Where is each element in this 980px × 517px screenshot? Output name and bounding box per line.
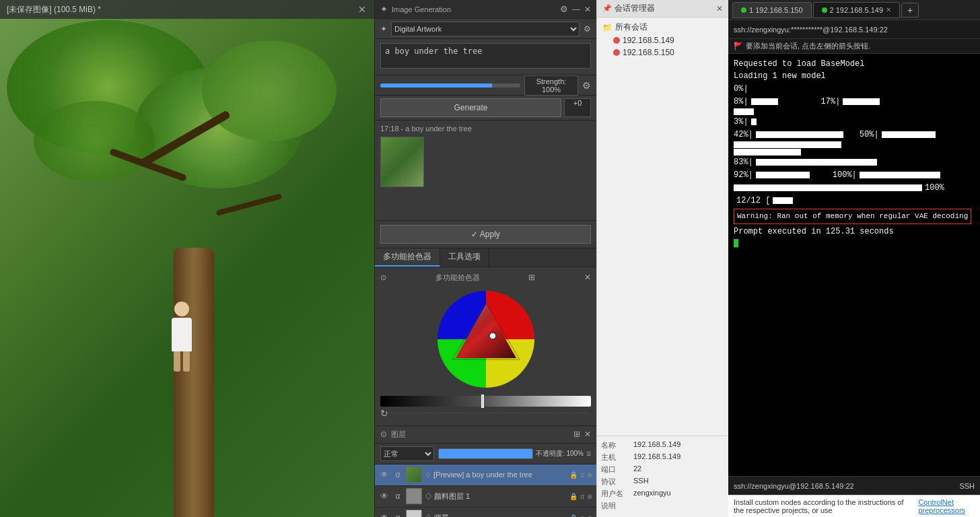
terminal-line-12: 100% (734, 182, 975, 194)
layer-visibility-icon-2[interactable]: 👁 (379, 491, 390, 501)
install-text: Install custom nodes according to the in… (734, 498, 914, 514)
gear-style-icon[interactable]: ⚙ (584, 24, 591, 34)
terminal-tab-149[interactable]: 2 192.168.5.149 ✕ (813, 2, 901, 18)
layer-1-thumb (406, 467, 422, 483)
bottom-connection-text: ssh://zengxingyu@192.168.5.149:22 (734, 482, 854, 490)
tab-multicolor[interactable]: 多功能拾色器 (375, 248, 440, 267)
prompt-area: a boy under the tree (375, 39, 596, 75)
terminal-line-10: 83%| (734, 156, 975, 168)
close-color-icon[interactable]: ✕ (584, 273, 591, 282)
tab-dot-150 (741, 7, 746, 13)
minimize-icon[interactable]: — (572, 5, 580, 14)
close-ssh-manager-icon[interactable]: ✕ (716, 4, 723, 13)
layer-alpha-icon-3: α (392, 513, 403, 517)
ai-header-title: Image Generation (392, 5, 556, 13)
ssh-status-dot-150 (613, 49, 620, 56)
layer-1-name: ♢ [Preview] a boy under the tree (425, 471, 567, 479)
pb-blank2 (734, 149, 801, 156)
tab-tools[interactable]: 工具选项 (440, 248, 489, 267)
terminal-line-9 (734, 149, 975, 156)
terminal-line-1: Requested to load BaseModel (734, 58, 975, 70)
color-wheel[interactable] (432, 285, 540, 393)
generate-button[interactable]: Generate (380, 98, 561, 117)
image-background (0, 0, 374, 517)
apply-button[interactable]: ✓ Apply (380, 225, 591, 244)
foliage-4 (34, 101, 155, 182)
filter-icon[interactable]: ≡ (586, 449, 591, 458)
color-slider-thumb (481, 394, 484, 408)
add-tab-button[interactable]: + (901, 3, 919, 18)
terminal-body[interactable]: Requested to load BaseModel Loading 1 ne… (728, 54, 980, 476)
tab-close-149[interactable]: ✕ (886, 6, 891, 13)
layer-item-preview[interactable]: 👁 α ♢ [Preview] a boy under the tree 🔒 α… (375, 464, 596, 486)
terminal-line-4: 8%| 17%| (734, 96, 975, 108)
layers-controls: 正常 不透明度: 100% ≡ (375, 444, 596, 464)
layer-3-thumb (406, 510, 422, 517)
controlnet-link[interactable]: ControlNet preprocessors (918, 498, 975, 514)
notice-flag-icon: 🚩 (734, 42, 743, 50)
layers-section: ⊙ 图层 ⊞ ✕ 正常 不透明度: 100% ≡ 👁 α ♢ [P (375, 426, 596, 518)
terminal-line-5 (734, 108, 975, 115)
terminal-line-7: 42%| 50%| (734, 129, 975, 141)
terminal-line-13: 12/12 [ (734, 195, 975, 207)
wand-icon: ✦ (380, 4, 388, 14)
refresh-icon[interactable]: ↻ (380, 408, 388, 419)
pb-42 (756, 131, 843, 138)
layers-header: ⊙ 图层 ⊞ ✕ (375, 426, 596, 444)
layer-item-bg[interactable]: 👁 α ♢ 背景 🔒 α ⊕ (375, 508, 596, 518)
ssh-item-149[interactable]: 192.168.5.149 (600, 34, 726, 46)
alpha-icon-3: α (580, 514, 584, 518)
divider (391, 413, 588, 413)
pb-83 (756, 159, 877, 166)
blend-mode-select[interactable]: 正常 (380, 446, 434, 461)
terminal-line-2: Loading 1 new model (734, 70, 975, 82)
web-bottom-section: Install custom nodes according to the in… (728, 495, 980, 517)
prompt-input[interactable]: a boy under the tree (380, 43, 591, 69)
style-select[interactable]: Digital Artwork (391, 22, 580, 36)
opacity-slider[interactable] (438, 448, 533, 459)
ssh-terminal: 1 192.168.5.150 2 192.168.5.149 ✕ + ssh:… (728, 0, 980, 517)
color-wheel-title: 多功能拾色器 (435, 273, 480, 283)
close-icon[interactable]: ✕ (357, 4, 368, 15)
close-layers-icon[interactable]: ✕ (584, 429, 591, 439)
lock-icon-3: 🔒 (569, 514, 578, 518)
expand-icon[interactable]: ⊞ (528, 273, 535, 282)
layer-item-paint[interactable]: 👁 α ♢ 颜料图层 1 🔒 α ⊕ (375, 486, 596, 508)
ssh-item-150[interactable]: 192.168.5.150 (600, 46, 726, 59)
tab-dot-149 (822, 7, 827, 13)
ssh-detail-name: 名称 192.168.5.149 (601, 440, 724, 450)
pb-50 (882, 131, 936, 138)
layer-visibility-icon-3[interactable]: 👁 (379, 513, 390, 517)
strength-slider[interactable] (380, 83, 520, 88)
terminal-header-bar: ssh://zengxingyu:***********@192.168.5.1… (728, 20, 980, 39)
strength-settings-icon[interactable]: ⚙ (582, 80, 591, 91)
history-thumbnail[interactable] (380, 137, 424, 187)
color-slider[interactable] (380, 396, 591, 407)
ssh-manager-header: 📌 会话管理器 ✕ (597, 0, 728, 18)
expand-layers-icon[interactable]: ⊞ (573, 429, 580, 439)
pb-100b (734, 184, 922, 191)
color-tool-tabs: 多功能拾色器 工具选项 (375, 248, 596, 267)
pb-12 (773, 197, 793, 204)
history-timestamp: 17:18 - a boy under the tree (380, 125, 591, 133)
notice-text: 要添加当前会话, 点击左侧的箭头按钮. (746, 41, 870, 51)
pb-8 (751, 98, 778, 105)
tree-trunk (174, 248, 214, 517)
layers-icon: ⊙ (380, 429, 387, 439)
terminal-tab-150[interactable]: 1 192.168.5.150 (732, 2, 812, 18)
title-bar: [未保存图像] (100.5 MiB) * ✕ (0, 0, 374, 19)
layer-visibility-icon[interactable]: 👁 (379, 470, 390, 479)
terminal-bottom-bar: ssh://zengxingyu@192.168.5.149:22 SSH (728, 476, 980, 495)
ssh-manager: 📌 会话管理器 ✕ 📁 所有会话 192.168.5.149 192.168.5… (596, 0, 728, 517)
folder-icon: 📁 (602, 23, 612, 32)
image-panel: [未保存图像] (100.5 MiB) * ✕ (0, 0, 374, 517)
color-wheel-svg (432, 285, 540, 393)
layer-alpha-lock-icon: α (392, 470, 403, 479)
close-ai-icon[interactable]: ✕ (584, 5, 591, 14)
pin-icon: 📌 (602, 4, 612, 13)
terminal-line-8 (734, 141, 975, 148)
branch-3 (216, 193, 283, 216)
terminal-cursor-line: █ (734, 238, 975, 250)
terminal-cursor[interactable]: █ (734, 239, 738, 248)
gear-icon[interactable]: ⚙ (560, 4, 568, 14)
